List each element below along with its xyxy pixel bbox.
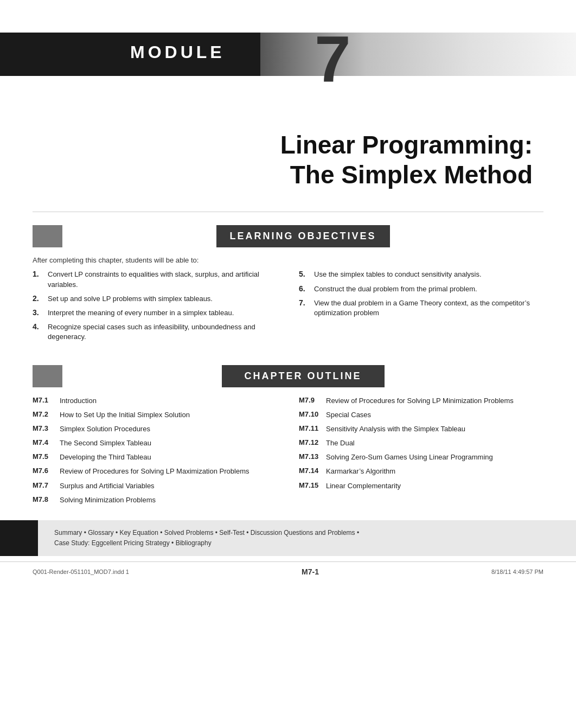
outline-item-m79: M7.9 Review of Procedures for Solving LP… [299, 396, 543, 406]
outline-item-m715: M7.15 Linear Complementarity [299, 481, 543, 491]
objectives-grid: 1. Convert LP constraints to equalities … [33, 270, 543, 346]
outline-text-m715: Linear Complementarity [326, 481, 401, 491]
outline-num-m714: M7.14 [299, 467, 326, 475]
outline-item-m713: M7.13 Solving Zero-Sum Games Using Linea… [299, 452, 543, 462]
page-bottom: Q001-Render-051101_MOD7.indd 1 M7-1 8/18… [0, 561, 576, 582]
outline-item-m714: M7.14 Karmarkar’s Algorithm [299, 467, 543, 476]
outline-text-m77: Surplus and Artificial Variables [60, 481, 155, 491]
obj-text-7: View the dual problem in a Game Theory c… [314, 298, 543, 318]
page-number: M7-1 [302, 567, 319, 576]
outline-num-m713: M7.13 [299, 452, 326, 461]
outline-num-m74: M7.4 [33, 438, 60, 446]
outline-content: M7.1 Introduction M7.2 How to Set Up the… [33, 396, 543, 510]
obj-item-3: 3. Interpret the meaning of every number… [33, 308, 277, 318]
objectives-right-col: 5. Use the simplex tables to conduct sen… [299, 270, 543, 346]
outline-text-m72: How to Set Up the Initial Simplex Soluti… [60, 410, 190, 420]
outline-text-m71: Introduction [60, 396, 97, 406]
obj-text-1: Convert LP constraints to equalities wit… [48, 270, 277, 289]
outline-text-m713: Solving Zero-Sum Games Using Linear Prog… [326, 452, 493, 462]
obj-text-4: Recognize special cases such as infeasib… [48, 322, 277, 342]
module-label: MODULE [130, 42, 225, 62]
outline-item-m72: M7.2 How to Set Up the Initial Simplex S… [33, 410, 277, 420]
title-section: Linear Programming: The Simplex Method [0, 108, 576, 201]
outline-text-m73: Simplex Solution Procedures [60, 424, 150, 434]
outline-item-m73: M7.3 Simplex Solution Procedures [33, 424, 277, 434]
outline-text-m712: The Dual [326, 438, 355, 448]
outline-item-m710: M7.10 Special Cases [299, 410, 543, 420]
obj-item-1: 1. Convert LP constraints to equalities … [33, 270, 277, 289]
outline-item-m711: M7.11 Sensitivity Analysis with the Simp… [299, 424, 543, 434]
outline-right-col: M7.9 Review of Procedures for Solving LP… [299, 396, 543, 510]
obj-num-5: 5. [299, 270, 310, 278]
outline-item-m74: M7.4 The Second Simplex Tableau [33, 438, 277, 448]
outline-grid: M7.1 Introduction M7.2 How to Set Up the… [33, 396, 543, 510]
module-number: 7 [315, 26, 351, 91]
outline-text-m710: Special Cases [326, 410, 371, 420]
footer-bar: Summary • Glossary • Key Equation • Solv… [0, 520, 576, 556]
obj-num-3: 3. [33, 308, 43, 317]
outline-num-m75: M7.5 [33, 452, 60, 461]
obj-num-2: 2. [33, 294, 43, 303]
outline-item-m712: M7.12 The Dual [299, 438, 543, 448]
obj-item-2: 2. Set up and solve LP problems with sim… [33, 294, 277, 304]
chapter-outline-header: CHAPTER OUTLINE [222, 365, 385, 387]
footer-text: Summary • Glossary • Key Equation • Solv… [54, 528, 359, 548]
main-title: Linear Programming: The Simplex Method [43, 130, 533, 190]
outline-num-m71: M7.1 [33, 396, 60, 404]
outline-item-m76: M7.6 Review of Procedures for Solving LP… [33, 467, 277, 476]
outline-text-m74: The Second Simplex Tableau [60, 438, 151, 448]
outline-num-m76: M7.6 [33, 467, 60, 475]
learning-objectives-section: LEARNING OBJECTIVES [33, 225, 543, 247]
print-info-right: 8/18/11 4:49:57 PM [491, 569, 543, 575]
obj-item-4: 4. Recognize special cases such as infea… [33, 322, 277, 342]
obj-item-5: 5. Use the simplex tables to conduct sen… [299, 270, 543, 279]
section-left-accent [33, 225, 62, 247]
page: MODULE 7 Linear Programming: The Simplex… [0, 0, 576, 728]
outline-text-m75: Developing the Third Tableau [60, 452, 151, 462]
outline-num-m710: M7.10 [299, 410, 326, 418]
outline-text-m711: Sensitivity Analysis with the Simplex Ta… [326, 424, 465, 434]
outline-text-m714: Karmarkar’s Algorithm [326, 467, 395, 476]
obj-num-1: 1. [33, 270, 43, 278]
outline-left-col: M7.1 Introduction M7.2 How to Set Up the… [33, 396, 277, 510]
outline-item-m71: M7.1 Introduction [33, 396, 277, 406]
outline-num-m78: M7.8 [33, 495, 60, 503]
outline-item-m75: M7.5 Developing the Third Tableau [33, 452, 277, 462]
obj-text-6: Construct the dual problem from the prim… [314, 284, 477, 294]
outline-num-m712: M7.12 [299, 438, 326, 446]
outline-text-m79: Review of Procedures for Solving LP Mini… [326, 396, 514, 406]
header-area: MODULE 7 [0, 0, 576, 108]
obj-text-2: Set up and solve LP problems with simple… [48, 294, 213, 304]
outline-item-m78: M7.8 Solving Minimization Problems [33, 495, 277, 505]
outline-num-m715: M7.15 [299, 481, 326, 489]
obj-text-3: Interpret the meaning of every number in… [48, 308, 234, 318]
outline-text-m78: Solving Minimization Problems [60, 495, 156, 505]
objectives-left-col: 1. Convert LP constraints to equalities … [33, 270, 277, 346]
obj-num-6: 6. [299, 284, 310, 293]
divider-top [33, 212, 543, 212]
outline-left-accent [33, 365, 62, 387]
outline-num-m73: M7.3 [33, 424, 60, 432]
obj-num-4: 4. [33, 322, 43, 331]
outline-item-m77: M7.7 Surplus and Artificial Variables [33, 481, 277, 491]
obj-item-7: 7. View the dual problem in a Game Theor… [299, 298, 543, 318]
obj-num-7: 7. [299, 298, 310, 307]
obj-text-5: Use the simplex tables to conduct sensit… [314, 270, 482, 279]
outline-num-m77: M7.7 [33, 481, 60, 489]
outline-text-m76: Review of Procedures for Solving LP Maxi… [60, 467, 249, 476]
print-info-left: Q001-Render-051101_MOD7.indd 1 [33, 569, 129, 575]
outline-num-m72: M7.2 [33, 410, 60, 418]
outline-num-m711: M7.11 [299, 424, 326, 432]
obj-item-6: 6. Construct the dual problem from the p… [299, 284, 543, 294]
header-gray-gradient [260, 33, 576, 76]
footer-black-block [0, 520, 38, 556]
outline-num-m79: M7.9 [299, 396, 326, 404]
objectives-intro: After completing this chapter, students … [33, 256, 543, 264]
chapter-outline-section: CHAPTER OUTLINE [33, 365, 543, 387]
learning-objectives-header: LEARNING OBJECTIVES [216, 225, 390, 247]
objectives-content: After completing this chapter, students … [33, 256, 543, 352]
